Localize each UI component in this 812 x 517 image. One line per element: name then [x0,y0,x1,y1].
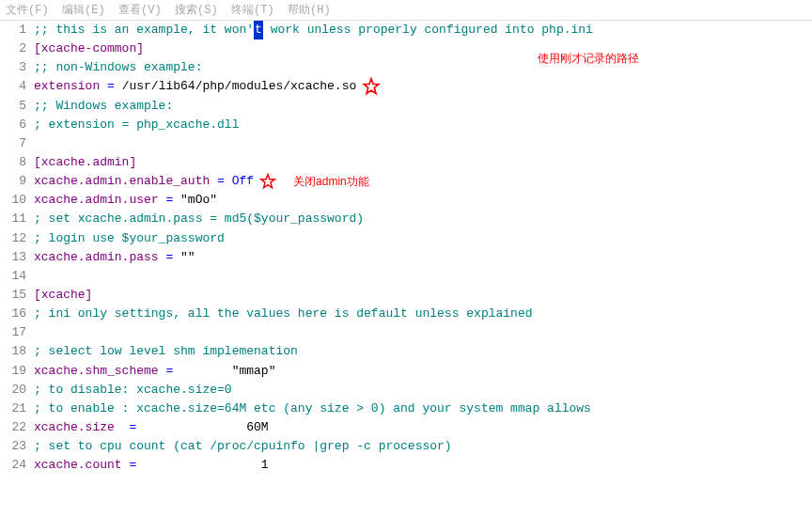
code-text: "mOo" [180,191,217,210]
line-number: 22 [0,418,34,437]
code-text: ; login use $your_password [34,229,225,248]
code-text: = [122,456,261,475]
code-text: = [159,248,180,267]
code-editor[interactable]: 使用刚才记录的路径 1;; this is an example, it won… [0,21,812,475]
code-text: ; to disable: xcache.size=0 [34,381,232,400]
line-number: 5 [0,97,34,116]
code-text: work unless properly configured into php… [263,21,593,39]
code-text: [xcache-common] [34,39,144,58]
line-number: 16 [0,305,34,323]
code-text: xcache.shm_scheme [34,362,159,381]
line-number: 24 [0,456,34,475]
code-text: ;; non-Windows example: [34,58,202,77]
line-number: 9 [0,172,34,191]
line-number: 23 [0,437,34,456]
code-text: 1 [261,456,269,475]
code-text: = [210,172,231,191]
line-number: 1 [0,21,34,39]
code-text: = [115,418,246,437]
code-text: xcache.admin.user [34,191,159,210]
code-text: ;; Windows example: [34,97,173,116]
code-text: = [100,77,121,96]
code-text: xcache.count [34,456,122,475]
code-text: ; select low level shm implemenation [34,342,298,361]
code-text: ;; this is an example, it won' [34,21,254,39]
line-number: 3 [0,58,34,77]
menubar[interactable]: 文件(F) 编辑(E) 查看(V) 搜索(S) 终端(T) 帮助(H) [0,0,812,21]
line-number: 18 [0,342,34,361]
line-number: 10 [0,191,34,210]
line-number: 7 [0,134,34,153]
code-text: ; set to cpu count (cat /proc/cpuinfo |g… [34,437,452,456]
line-number: 14 [0,267,34,286]
code-text: ; ini only settings, all the values here… [34,305,533,323]
code-text: xcache.admin.pass [34,248,159,267]
code-text: ; set xcache.admin.pass = md5($your_pass… [34,210,364,228]
line-number: 12 [0,229,34,248]
line-number: 20 [0,381,34,400]
code-text: = [159,362,232,381]
line-number: 19 [0,362,34,381]
line-number: 17 [0,323,34,342]
line-number: 13 [0,248,34,267]
code-text: = [159,191,180,210]
code-text: ; extension = php_xcache.dll [34,116,239,134]
star-icon [362,77,381,96]
line-number: 6 [0,116,34,134]
line-number: 15 [0,286,34,305]
line-number: 4 [0,77,34,96]
code-text: xcache.admin.enable_auth [34,172,210,191]
star-icon [259,173,276,190]
code-text: [xcache] [34,286,92,305]
line-number: 11 [0,210,34,228]
code-text: "" [180,248,195,267]
code-text: "mmap" [232,362,276,381]
annotation-path: 使用刚才记录的路径 [538,51,639,67]
highlight-char: t [254,21,263,39]
code-text: ; to enable : xcache.size=64M etc (any s… [34,400,591,418]
line-number: 2 [0,39,34,58]
line-number: 21 [0,400,34,418]
code-text: [xcache.admin] [34,153,136,172]
line-number: 8 [0,153,34,172]
annotation-admin: 关闭admin功能 [293,173,369,191]
code-text: xcache.size [34,418,115,437]
code-text: extension [34,77,100,96]
code-text: /usr/lib64/php/modules/xcache.so [122,77,357,96]
code-text: Off [232,172,254,191]
code-text: 60M [246,418,268,437]
